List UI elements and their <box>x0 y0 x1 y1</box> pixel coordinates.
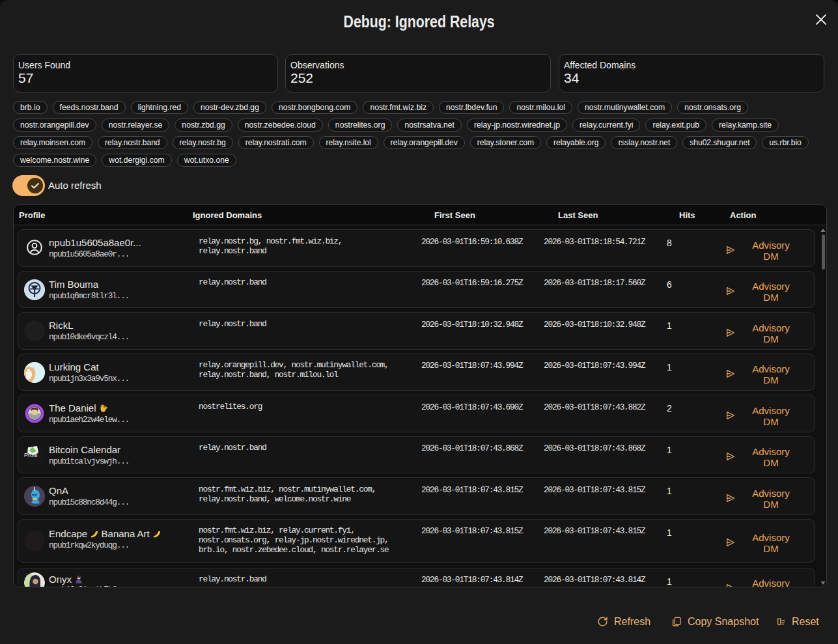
svg-text:Profil: Profil <box>24 452 38 458</box>
